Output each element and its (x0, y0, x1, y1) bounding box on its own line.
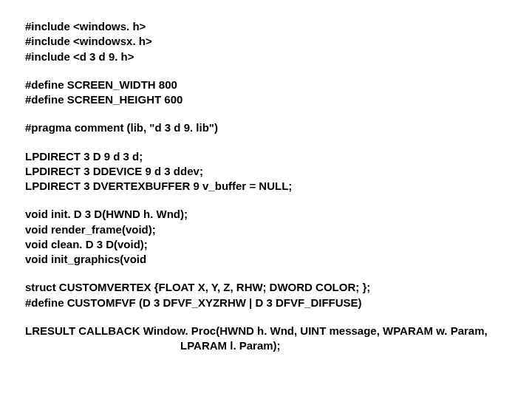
code-slide: #include <windows. h> #include <windowsx… (0, 0, 532, 399)
declarations-block: LPDIRECT 3 D 9 d 3 d; LPDIRECT 3 DDEVICE… (25, 149, 507, 194)
prototypes-block: void init. D 3 D(HWND h. Wnd); void rend… (25, 207, 507, 267)
callback-block: LRESULT CALLBACK Window. Proc(HWND h. Wn… (25, 324, 507, 354)
code-line: LRESULT CALLBACK Window. Proc(HWND h. Wn… (25, 324, 507, 338)
code-line: LPDIRECT 3 DDEVICE 9 d 3 ddev; (25, 164, 507, 179)
code-line: #pragma comment (lib, "d 3 d 9. lib") (25, 120, 507, 135)
code-line: #include <windowsx. h> (25, 34, 507, 49)
code-line: #include <windows. h> (25, 19, 507, 34)
code-line: void init_graphics(void (25, 252, 507, 267)
include-block: #include <windows. h> #include <windowsx… (25, 19, 507, 64)
code-line-continuation: LPARAM l. Param); (25, 338, 507, 353)
struct-block: struct CUSTOMVERTEX {FLOAT X, Y, Z, RHW;… (25, 280, 507, 310)
code-line: #define CUSTOMFVF (D 3 DFVF_XYZRHW | D 3… (25, 296, 507, 310)
code-line: void clean. D 3 D(void); (25, 237, 507, 252)
define-block: #define SCREEN_WIDTH 800 #define SCREEN_… (25, 78, 507, 108)
code-line: #define SCREEN_HEIGHT 600 (25, 92, 507, 107)
code-line: void render_frame(void); (25, 222, 507, 237)
code-line: LPDIRECT 3 DVERTEXBUFFER 9 v_buffer = NU… (25, 179, 507, 194)
code-line: #define SCREEN_WIDTH 800 (25, 78, 507, 92)
code-line: LPDIRECT 3 D 9 d 3 d; (25, 149, 507, 164)
pragma-block: #pragma comment (lib, "d 3 d 9. lib") (25, 120, 507, 135)
code-line: void init. D 3 D(HWND h. Wnd); (25, 207, 507, 222)
code-line: struct CUSTOMVERTEX {FLOAT X, Y, Z, RHW;… (25, 280, 507, 295)
code-line: #include <d 3 d 9. h> (25, 50, 507, 64)
